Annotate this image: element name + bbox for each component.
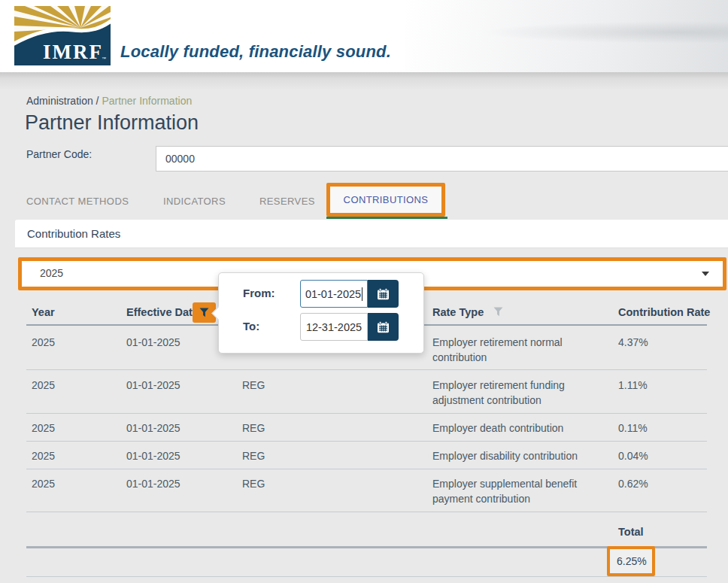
to-label: To:: [243, 320, 259, 332]
table-row-cell-year: 2025: [32, 335, 55, 350]
table-row-cell-rate: 1.11%: [618, 378, 648, 393]
header-divider: [0, 72, 728, 78]
table-row-cell-effective-date: 01-01-2025: [126, 476, 180, 491]
tab-contact-methods[interactable]: CONTACT METHODS: [26, 196, 129, 207]
partner-information-page: IMRF ™ Locally funded, financially sound…: [0, 0, 728, 583]
from-calendar-button[interactable]: [368, 280, 399, 308]
contribution-rates-panel: Contribution Rates: [15, 220, 728, 248]
table-row-cell-effective-date: 01-01-2025: [126, 378, 180, 393]
year-select-value: 2025: [40, 267, 63, 279]
tab-reserves[interactable]: RESERVES: [259, 196, 315, 207]
table-row-cell-rate-type: Employer death contribution: [432, 421, 604, 436]
logo-wordmark: IMRF: [43, 41, 103, 63]
table-row-cell-year: 2025: [32, 476, 55, 491]
breadcrumb-parent[interactable]: Administration: [26, 95, 93, 107]
partner-code-label: Partner Code:: [26, 148, 92, 160]
active-tab-underline: [326, 217, 447, 219]
table-row-cell-rate-code: REG: [242, 378, 265, 393]
row-divider: [26, 512, 707, 512]
imrf-logo: IMRF ™: [14, 6, 111, 65]
from-date-value: 01-01-2025: [305, 288, 361, 300]
header-background-art: [480, 21, 728, 44]
tab-contributions-highlight[interactable]: CONTRIBUTIONS: [326, 183, 445, 217]
chevron-down-icon[interactable]: [702, 272, 709, 276]
col-header-contribution-rate[interactable]: Contribution Rate: [618, 306, 710, 318]
total-label: Total: [618, 526, 644, 538]
calendar-icon: [377, 321, 390, 333]
breadcrumb: Administration / Partner Information: [26, 95, 192, 107]
total-value-highlight: 6.25%: [607, 546, 655, 576]
table-row-cell-effective-date: 01-01-2025: [126, 448, 180, 463]
table-row-cell-rate: 0.62%: [618, 476, 648, 491]
date-filter-popup: From: 01-01-2025: [218, 272, 424, 354]
tab-contributions[interactable]: CONTRIBUTIONS: [344, 194, 429, 205]
section-title: Contribution Rates: [27, 227, 120, 240]
to-date-value: 12-31-2025: [306, 321, 362, 333]
table-row-cell-rate: 4.37%: [618, 335, 648, 350]
row-divider: [26, 469, 707, 469]
partner-code-input[interactable]: [156, 146, 728, 172]
table-row-cell-rate: 0.04%: [618, 448, 648, 463]
table-row-cell-rate: 0.11%: [618, 421, 648, 436]
from-date-input[interactable]: 01-01-2025: [300, 280, 368, 308]
tab-indicators[interactable]: INDICATORS: [163, 196, 226, 207]
funnel-icon: [199, 308, 209, 317]
calendar-icon: [377, 288, 390, 300]
col-header-rate-type: Rate Type: [432, 306, 503, 318]
table-row-cell-effective-date: 01-01-2025: [126, 335, 180, 350]
table-row-cell-rate-type: Employer retirement funding adjustment c…: [432, 378, 604, 408]
table-row-cell-year: 2025: [32, 378, 55, 393]
table-row-cell-effective-date: 01-01-2025: [126, 421, 180, 436]
col-header-effective-date[interactable]: Effective Date: [126, 306, 199, 318]
total-value: 6.25%: [617, 555, 647, 567]
breadcrumb-separator: /: [93, 95, 102, 107]
row-divider: [26, 369, 707, 370]
svg-text:™: ™: [102, 56, 106, 61]
from-label: From:: [243, 287, 275, 299]
rate-type-filter-icon[interactable]: [493, 307, 503, 317]
app-header: IMRF ™ Locally funded, financially sound…: [0, 0, 728, 72]
table-row-cell-rate-type: Employer disability contribution: [432, 448, 604, 463]
text-cursor: [362, 287, 362, 301]
table-row-cell-rate-code: REG: [242, 476, 265, 491]
table-row-cell-rate-code: REG: [242, 448, 265, 463]
col-header-year[interactable]: Year: [32, 306, 55, 318]
table-row-cell-year: 2025: [32, 421, 55, 436]
tagline: Locally funded, financially sound.: [120, 42, 391, 62]
table-row-cell-rate-type: Employer retirement normal contribution: [432, 335, 604, 365]
row-divider: [26, 576, 707, 577]
table-row-cell-year: 2025: [32, 448, 55, 463]
breadcrumb-current: Partner Information: [102, 95, 192, 107]
col-header-rate-type-label[interactable]: Rate Type: [432, 306, 484, 318]
row-divider: [26, 441, 707, 442]
row-divider: [26, 413, 707, 414]
to-calendar-button[interactable]: [368, 313, 399, 341]
total-divider: [26, 546, 707, 548]
content-top-shadow: [0, 78, 728, 90]
page-title: Partner Information: [25, 111, 199, 135]
table-row-cell-rate-type: Employer supplemental benefit payment co…: [432, 476, 604, 506]
to-date-input[interactable]: 12-31-2025: [300, 313, 368, 341]
table-row-cell-rate-code: REG: [242, 421, 265, 436]
